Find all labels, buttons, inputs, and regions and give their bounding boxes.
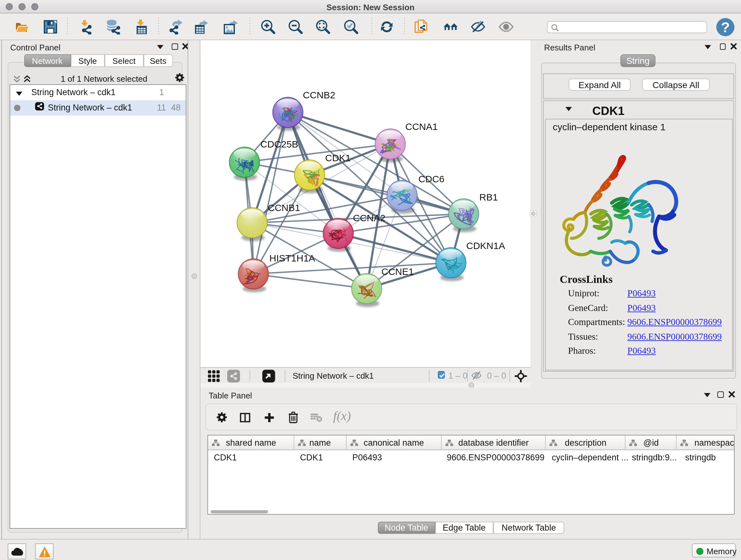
svg-text:CCNA1: CCNA1: [405, 121, 438, 132]
svg-text:CCNA2: CCNA2: [353, 212, 386, 223]
svg-text:CCNB1: CCNB1: [268, 202, 300, 213]
svg-text:CCNE1: CCNE1: [381, 266, 414, 277]
svg-text:CDK1: CDK1: [325, 152, 351, 163]
svg-text:HIST1H1A: HIST1H1A: [269, 253, 315, 263]
svg-text:CDC6: CDC6: [418, 174, 445, 184]
svg-text:RB1: RB1: [479, 192, 498, 202]
svg-text:CDKN1A: CDKN1A: [466, 240, 505, 251]
svg-text:?: ?: [721, 19, 730, 35]
svg-text:CCNB2: CCNB2: [303, 90, 335, 100]
svg-text:CDC25B: CDC25B: [260, 139, 298, 149]
